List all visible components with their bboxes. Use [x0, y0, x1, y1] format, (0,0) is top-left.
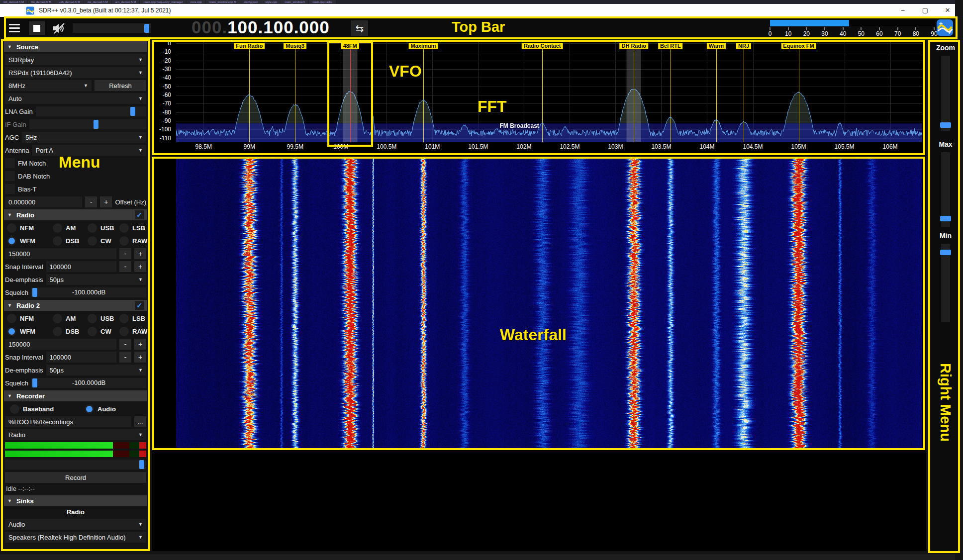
- snap-interval-label: Snap Interval: [5, 354, 43, 361]
- radio-bandwidth-input[interactable]: 150000: [5, 248, 116, 259]
- station-label[interactable]: Maximum: [409, 43, 438, 49]
- mode-raw[interactable]: RAW: [119, 326, 147, 337]
- radio-dot-icon: [119, 223, 129, 233]
- mode-wfm[interactable]: WFM: [7, 235, 53, 246]
- audio-device-dropdown[interactable]: Speakers (Realtek High Definition Audio)…: [5, 532, 146, 543]
- fft-plot[interactable]: [176, 42, 922, 142]
- browse-path-button[interactable]: ...: [134, 416, 146, 427]
- menu-toggle-button[interactable]: [7, 21, 22, 35]
- bias-t-checkbox[interactable]: [5, 184, 15, 194]
- mode-raw[interactable]: RAW: [119, 235, 147, 246]
- mode-am[interactable]: AM: [53, 222, 88, 233]
- editor-tab: config.json: [240, 0, 262, 4]
- station-label[interactable]: Fun Radio: [234, 43, 265, 49]
- offset-input[interactable]: 0.000000: [5, 196, 82, 207]
- source-device-dropdown[interactable]: RSPdx (191106DA42)▼: [5, 67, 146, 78]
- mode-nfm[interactable]: NFM: [7, 313, 53, 324]
- chevron-down-icon: ▼: [136, 522, 143, 527]
- deemphasis-dropdown[interactable]: 50µs▼: [46, 274, 146, 285]
- recorder-mode-audio[interactable]: Audio: [85, 403, 146, 414]
- source-driver-dropdown[interactable]: SDRplay▼: [5, 54, 146, 65]
- refresh-button[interactable]: Refresh: [95, 80, 146, 91]
- recording-path-input[interactable]: %ROOT%/Recordings: [5, 416, 131, 427]
- if-gain-slider[interactable]: [29, 119, 146, 129]
- section-header-recorder[interactable]: ▼Recorder: [4, 390, 147, 401]
- station-label[interactable]: Musiq3: [284, 43, 306, 49]
- mode-cw[interactable]: CW: [88, 326, 119, 337]
- sink-type-dropdown[interactable]: Audio▼: [5, 519, 146, 530]
- section-header-radio2[interactable]: ▼Radio 2✓: [4, 300, 147, 311]
- bandwidth-increment-button[interactable]: +: [134, 339, 146, 350]
- antenna-dropdown[interactable]: Port A▼: [32, 145, 146, 156]
- dab-notch-checkbox[interactable]: [5, 171, 15, 181]
- fm-notch-checkbox[interactable]: [5, 158, 15, 168]
- bandwidth-decrement-button[interactable]: -: [119, 248, 131, 259]
- frequency-leading-zeros: 000.: [192, 17, 227, 37]
- snr-tick-label: 50: [858, 30, 865, 37]
- offset-increment-button[interactable]: +: [100, 196, 112, 207]
- mode-lsb[interactable]: LSB: [119, 313, 147, 324]
- frequency-axis-label: 106M: [883, 143, 898, 150]
- station-label[interactable]: Equinox FM: [781, 43, 816, 49]
- deemphasis-dropdown[interactable]: 50µs▼: [46, 365, 146, 375]
- lna-gain-slider[interactable]: [36, 106, 146, 116]
- stop-button[interactable]: [29, 21, 45, 35]
- agc-dropdown[interactable]: 5Hz▼: [22, 132, 146, 143]
- station-label[interactable]: Radio Contact: [522, 43, 563, 49]
- volume-slider[interactable]: [73, 23, 151, 33]
- recorder-volume-slider[interactable]: [5, 460, 146, 469]
- snap-increment-button[interactable]: +: [134, 352, 146, 363]
- tuning-mode-button[interactable]: ⇆: [351, 20, 368, 36]
- frequency-display[interactable]: 000.100.100.000: [192, 17, 330, 37]
- mode-nfm[interactable]: NFM: [7, 222, 53, 233]
- recorder-mode-baseband[interactable]: Baseband: [10, 403, 85, 414]
- record-button[interactable]: Record: [5, 472, 146, 483]
- zoom-slider[interactable]: [941, 56, 950, 131]
- fm-notch-label: FM Notch: [18, 160, 46, 167]
- mute-button[interactable]: [51, 21, 68, 35]
- squelch-slider[interactable]: -100.000dB: [31, 378, 146, 388]
- station-label[interactable]: NRJ: [736, 43, 751, 49]
- section-header-source[interactable]: ▼Source: [4, 41, 147, 52]
- mode-lsb[interactable]: LSB: [119, 222, 147, 233]
- close-button[interactable]: ✕: [938, 4, 958, 17]
- max-slider[interactable]: [941, 152, 950, 227]
- db-axis-label: -40: [163, 74, 171, 81]
- mode-am[interactable]: AM: [53, 313, 88, 324]
- station-label[interactable]: Warm: [707, 43, 726, 49]
- bandwidth-dropdown[interactable]: 8MHz▼: [5, 80, 92, 91]
- db-axis-label: -80: [163, 109, 171, 116]
- squelch-slider[interactable]: -100.000dB: [31, 287, 146, 297]
- station-label[interactable]: Bel RTL: [658, 43, 683, 49]
- offset-decrement-button[interactable]: -: [85, 196, 97, 207]
- module-enabled-checkbox[interactable]: ✓: [135, 301, 144, 310]
- mode-usb[interactable]: USB: [88, 313, 119, 324]
- mode-cw[interactable]: CW: [88, 235, 119, 246]
- radio2-bandwidth-input[interactable]: 150000: [5, 339, 116, 350]
- snap-interval-input[interactable]: 100000: [46, 261, 116, 272]
- section-header-sinks[interactable]: ▼Sinks: [4, 495, 147, 506]
- recorder-stream-dropdown[interactable]: Radio▼: [5, 429, 146, 440]
- module-enabled-checkbox[interactable]: ✓: [135, 210, 144, 219]
- chevron-down-icon: ▼: [136, 96, 143, 101]
- waterfall-display[interactable]: [176, 157, 922, 449]
- mode-dsb[interactable]: DSB: [53, 235, 88, 246]
- bandwidth-increment-button[interactable]: +: [134, 248, 146, 259]
- editor-tab: main.cpp radio: [309, 0, 335, 4]
- snap-interval-input[interactable]: 100000: [46, 352, 116, 363]
- section-header-radio[interactable]: ▼Radio✓: [4, 209, 147, 220]
- min-slider[interactable]: [941, 244, 950, 322]
- bandwidth-decrement-button[interactable]: -: [119, 339, 131, 350]
- snap-decrement-button[interactable]: -: [119, 261, 131, 272]
- station-label[interactable]: DH Radio: [619, 43, 648, 49]
- mode-dsb[interactable]: DSB: [53, 326, 88, 337]
- snap-increment-button[interactable]: +: [134, 261, 146, 272]
- maximize-button[interactable]: ▢: [915, 4, 935, 17]
- minimize-button[interactable]: –: [893, 4, 913, 17]
- snap-decrement-button[interactable]: -: [119, 352, 131, 363]
- mode-wfm[interactable]: WFM: [7, 326, 53, 337]
- stop-icon: [33, 25, 40, 32]
- station-label[interactable]: 48FM: [341, 43, 359, 49]
- gain-mode-dropdown[interactable]: Auto▼: [5, 93, 146, 104]
- mode-usb[interactable]: USB: [88, 222, 119, 233]
